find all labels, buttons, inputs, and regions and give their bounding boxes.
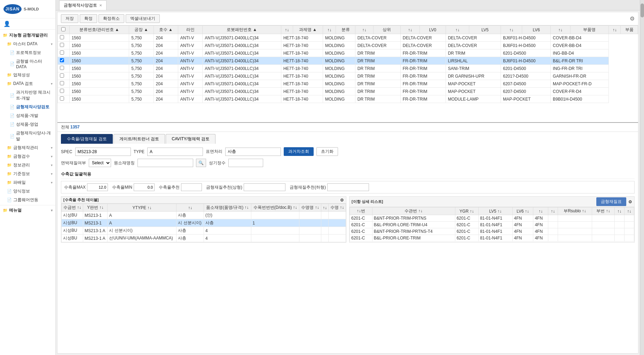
lt-col8[interactable]: ↑↓ xyxy=(321,204,329,212)
rt-col5[interactable]: LV6 ↑↓ xyxy=(512,207,533,215)
sidebar-item-master-data[interactable]: 📁 마스터 DATA ▾ xyxy=(0,40,55,48)
confirm-button[interactable]: 확정 xyxy=(80,14,97,23)
col-lv6[interactable]: LV6 xyxy=(522,26,551,34)
row-check[interactable] xyxy=(58,80,70,88)
list-item[interactable]: 시성BU MS213-1 A 선UUNIV-UMI(AAMMA-AAMMCA) … xyxy=(62,235,346,242)
prev-search-button[interactable]: 과거차조회 xyxy=(284,147,314,156)
lt-col1[interactable]: 수금번 ↑↓ xyxy=(62,204,83,212)
cycle-input[interactable] xyxy=(228,159,263,167)
tab-shrink-review[interactable]: 수축율/금형재질 검토 xyxy=(61,134,113,144)
rt-col1[interactable]: ↑↓번 xyxy=(350,207,372,215)
spec-input[interactable] xyxy=(75,148,131,156)
col-sort6[interactable]: ↑↓ xyxy=(501,26,522,34)
sidebar-item-file[interactable]: 📁 파배일 ▾ xyxy=(0,178,55,187)
col-robot[interactable]: 로봇패턴번호 ▲ xyxy=(203,26,281,34)
col-sort1[interactable]: ↑↓ xyxy=(281,26,293,34)
table-row[interactable]: 1560 5,750 204 ANTI-V ANTI-V(J35071-D400… xyxy=(58,65,638,72)
tab-cavity-review[interactable]: CAVITY/형체력 검토 xyxy=(166,134,215,144)
reset-button[interactable]: 초기화 xyxy=(316,147,338,156)
col-sort3[interactable]: ↑↓ xyxy=(355,26,373,34)
row-check[interactable] xyxy=(58,88,70,95)
col-part-name[interactable]: 부품명 xyxy=(570,26,609,34)
col-lv5[interactable]: LV5 xyxy=(469,26,501,34)
tab-close-icon[interactable]: ✕ xyxy=(99,3,102,7)
list-item[interactable]: 시성BU MS213-1 A 시 선분시이) 사층 4 xyxy=(62,227,346,235)
col-class[interactable]: 분류 xyxy=(336,26,355,34)
rt-col9[interactable]: 부번 ↑↓ xyxy=(592,207,615,215)
rt-col3[interactable]: YGR ↑↓ xyxy=(455,207,478,215)
sidebar-item-product-dev[interactable]: 📄 성제품-개발 xyxy=(0,111,55,120)
lt-col2[interactable]: Y판번 ↑↓ xyxy=(83,204,108,212)
col-sort8[interactable]: ↑↓ xyxy=(609,26,621,34)
shrink-rec-input[interactable] xyxy=(181,183,202,191)
table-row[interactable]: 1560 5,750 204 ANTI-V ANTI-V(J35071-D400… xyxy=(58,34,638,42)
select-all-checkbox[interactable] xyxy=(61,27,65,31)
rt-col2[interactable]: 수관번 ↑↓ xyxy=(372,207,455,215)
sidebar-item-info-mgmt[interactable]: 📁 정보관리 ▾ xyxy=(0,161,55,169)
type-input[interactable] xyxy=(147,148,203,156)
right-table-gear-icon[interactable]: ⚙ xyxy=(628,199,632,204)
list-item[interactable]: 6201-C B&L-PRIOR-LORE-TRIM-U4 6201-C 81-… xyxy=(350,222,634,228)
lt-col7[interactable]: 수명명 ↑↓ xyxy=(299,204,321,212)
page-scrollbar[interactable] xyxy=(640,0,644,355)
list-item[interactable]: 6201-C B&NT-PRIOR-TRIM-PRTNS 6201-C 81-0… xyxy=(350,215,634,222)
list-item[interactable]: 6201-C B&NT-PRIOR-TRIM-PRTNS-T4 6201-C 8… xyxy=(350,228,634,235)
col-mgmt-no[interactable]: 분류번호/관리번호 ▲ xyxy=(69,26,129,34)
table-row[interactable]: 1560 5,750 204 ANTI-V ANTI-V(J35071-D400… xyxy=(58,88,638,95)
rt-col7[interactable]: ↑↓ xyxy=(548,207,558,215)
col-hose[interactable]: 호수 ▲ xyxy=(154,26,178,34)
surface-input[interactable] xyxy=(225,148,281,156)
sidebar-item-mold-survey[interactable]: 📄 금형제작사양사-개발 xyxy=(0,129,55,143)
col-sort2[interactable]: ↑↓ xyxy=(323,26,336,34)
table-row[interactable]: 1560 5,750 204 ANTI-V ANTI-V(J35071-D400… xyxy=(58,42,638,49)
sidebar-item-mold-review[interactable]: 📄 금형제작사양검토 xyxy=(0,103,55,111)
rt-col8[interactable]: 부Rsublo ↑↓ xyxy=(558,207,592,215)
row-check[interactable] xyxy=(58,95,70,103)
list-item[interactable]: 6201-C B&L-PRIOR-LORE-TRIM 6201-C 81-01-… xyxy=(350,235,634,242)
col-task[interactable]: 과제명 ▲ xyxy=(293,26,323,34)
col-factory[interactable]: 공장 ▲ xyxy=(129,26,154,34)
table-row[interactable]: 1560 5,750 204 ANTI-V ANTI-V(J35071-D400… xyxy=(58,72,638,80)
list-item[interactable]: 시성BU MS213-1 A 사층 (안) xyxy=(62,212,346,219)
col-line[interactable]: 라인 xyxy=(178,26,202,34)
mold-material-button[interactable]: 금형재질표 xyxy=(596,197,626,206)
table-row[interactable]: 1560 5,750 204 ANTI-V ANTI-V(J35071-D400… xyxy=(58,57,638,65)
sidebar-item-mold-master[interactable]: 📄 금형별 마스터 DATA xyxy=(0,57,55,71)
table-row[interactable]: 1560 5,750 204 ANTI-V ANTI-V(J35071-D400… xyxy=(58,49,638,57)
settings-gear-icon[interactable]: ⚙ xyxy=(630,16,635,22)
row-check[interactable] xyxy=(58,34,70,42)
shrink-min-input[interactable] xyxy=(134,183,155,191)
col-upper[interactable]: 상위 xyxy=(374,26,401,34)
sidebar-item-task[interactable]: 📁 업체성성 xyxy=(0,71,55,79)
mold-rec-lo-input[interactable] xyxy=(327,183,369,191)
row-check[interactable] xyxy=(58,65,70,72)
excel-export-button[interactable]: 엑셀내보내기 xyxy=(126,14,160,23)
rt-col10[interactable]: ↑↓ xyxy=(614,207,624,215)
sidebar-item-product-sale[interactable]: 📄 성제품-영업 xyxy=(0,120,55,129)
raw-material-input[interactable] xyxy=(138,159,193,167)
left-table-gear-icon[interactable]: ⚙ xyxy=(340,198,344,203)
sidebar-item-car-reflect[interactable]: 📄 과거차반영 체크시트-개발 xyxy=(0,88,55,103)
lt-col6[interactable]: 수폭번번번(D/doc.B) ↑↓ xyxy=(251,204,299,212)
lt-col9[interactable]: 수명 ↑↓ xyxy=(329,204,346,212)
save-button[interactable]: 저장 xyxy=(61,14,78,23)
col-sort7[interactable]: ↑↓ xyxy=(551,26,570,34)
list-item[interactable]: 시성BU MS213-1 A 시 선분시이) 사층 1 xyxy=(62,219,346,227)
col-part[interactable]: 부품 xyxy=(621,26,638,34)
sidebar-item-base-info[interactable]: 📁 기준정보 ▾ xyxy=(0,169,55,178)
row-check[interactable] xyxy=(58,42,70,49)
table-row[interactable]: 1560 5,750 204 ANTI-V ANTI-V(J35071-D400… xyxy=(58,95,638,103)
sidebar-item-project-info[interactable]: 📄 프로젝트정보 xyxy=(0,48,55,57)
sidebar-item-mold-mfg[interactable]: 📁 금형제작관리 ▾ xyxy=(0,143,55,152)
col-lv0[interactable]: LV0 xyxy=(420,26,446,34)
shrink-max-input[interactable] xyxy=(87,183,108,191)
tab-gate-review[interactable]: 게이트/히트런너 검토 xyxy=(113,134,165,144)
sidebar-item-ai-mold[interactable]: 📁 지능형 금형개발관리 xyxy=(0,31,55,40)
face-material-select[interactable]: Select Y N xyxy=(89,159,111,167)
lt-col4[interactable]: ↑↓ xyxy=(176,204,204,212)
confirm-cancel-button[interactable]: 확정취소 xyxy=(99,14,124,23)
sidebar-item-menu[interactable]: 📁 메뉴얼 ▾ xyxy=(0,206,55,215)
sidebar-item-mold-insp[interactable]: 📁 금형검수 ▾ xyxy=(0,152,55,161)
sidebar-item-workflow[interactable]: 📄 그룹웨어연동 xyxy=(0,196,55,204)
col-sort5[interactable]: ↑↓ xyxy=(446,26,469,34)
